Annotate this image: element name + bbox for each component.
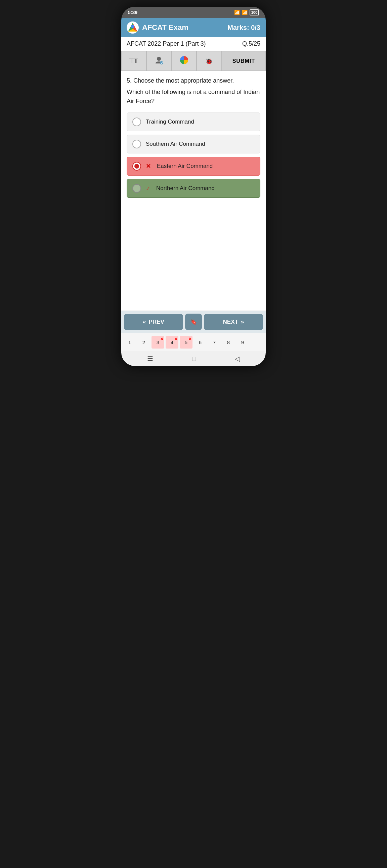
color-icon — [179, 55, 189, 66]
question-area: 5. Choose the most appropriate answer. W… — [121, 71, 266, 210]
content-spacer — [121, 210, 266, 311]
question-number-1[interactable]: 1 — [123, 336, 136, 348]
menu-button[interactable]: ☰ — [147, 354, 153, 363]
question-number-9[interactable]: 9 — [236, 336, 249, 348]
radio-c-fill — [135, 164, 139, 168]
status-bar: 5:39 📶 📶 100 — [121, 7, 266, 18]
back-button[interactable]: ◁ — [235, 354, 240, 363]
next-button[interactable]: NEXT » — [204, 314, 263, 330]
wrong-badge: × — [160, 336, 163, 341]
home-button[interactable]: □ — [192, 355, 196, 363]
option-a[interactable]: Training Command — [127, 113, 260, 131]
radio-b — [132, 140, 141, 148]
option-d[interactable]: ✓ Northern Air Command — [127, 179, 260, 198]
voice-icon — [154, 55, 163, 66]
option-c[interactable]: ✕ Eastern Air Command — [127, 157, 260, 176]
signal-icon: 📶 — [242, 10, 247, 15]
submit-button[interactable]: SUBMIT — [222, 51, 266, 71]
marks-display: Marks: 0/3 — [228, 24, 260, 32]
app-title: AFCAT Exam — [142, 23, 188, 32]
radio-c — [132, 162, 141, 170]
question-number-7[interactable]: 7 — [208, 336, 221, 348]
next-chevron: » — [241, 319, 244, 326]
prev-label: PREV — [149, 319, 164, 326]
text-size-icon: 𝕋𝕋 — [129, 57, 138, 65]
question-number-3[interactable]: 3× — [151, 336, 164, 348]
option-d-text: Northern Air Command — [156, 185, 215, 192]
question-number-6[interactable]: 6 — [194, 336, 207, 348]
wifi-icon: 📶 — [234, 10, 240, 15]
time-display: 5:39 — [128, 10, 138, 15]
battery-icon: 100 — [249, 9, 259, 16]
bookmark-button[interactable]: 🔖 — [185, 314, 202, 330]
options-list: Training Command Southern Air Command ✕ … — [127, 113, 260, 198]
prev-chevron: « — [143, 319, 146, 326]
question-counter: Q.5/25 — [242, 40, 260, 48]
system-nav: ☰ □ ◁ — [121, 351, 266, 366]
question-text: Which of the following is not a command … — [127, 88, 260, 106]
wrong-badge: × — [175, 336, 177, 341]
question-number-2[interactable]: 2 — [138, 336, 150, 348]
question-number-4[interactable]: 4× — [166, 336, 178, 348]
svg-point-1 — [131, 25, 135, 28]
svg-point-3 — [160, 61, 163, 64]
app-header: AFCAT Exam Marks: 0/3 — [121, 18, 266, 37]
option-b[interactable]: Southern Air Command — [127, 135, 260, 153]
option-a-text: Training Command — [146, 119, 194, 125]
question-number-text: 5. Choose the most appropriate answer. — [127, 77, 260, 84]
next-label: NEXT — [223, 319, 238, 326]
phone-frame: 5:39 📶 📶 100 AFCAT Exam Marks: 0/3 — [121, 7, 266, 366]
app-header-left: AFCAT Exam — [127, 22, 188, 34]
toolbar: 𝕋𝕋 — [121, 51, 266, 71]
voice-button[interactable] — [146, 51, 172, 71]
option-b-text: Southern Air Command — [146, 141, 205, 147]
option-c-text: Eastern Air Command — [157, 163, 213, 169]
color-button[interactable] — [171, 51, 197, 71]
submit-label: SUBMIT — [233, 58, 255, 64]
prev-button[interactable]: « PREV — [124, 314, 183, 330]
app-logo — [127, 22, 139, 34]
exam-name: AFCAT 2022 Paper 1 (Part 3) — [127, 40, 206, 48]
exam-info-bar: AFCAT 2022 Paper 1 (Part 3) Q.5/25 — [121, 37, 266, 51]
question-number-8[interactable]: 8 — [222, 336, 235, 348]
correct-check-icon: ✓ — [146, 185, 150, 192]
bookmark-icon: 🔖 — [190, 318, 197, 326]
question-number-5[interactable]: 5× — [180, 336, 192, 348]
question-numbers-bar: 123×4×5×6789 — [121, 333, 266, 351]
bug-button[interactable]: 🐞 — [197, 51, 222, 71]
bug-icon: 🐞 — [205, 57, 213, 65]
svg-point-2 — [157, 57, 161, 61]
wrong-x-icon: ✕ — [146, 162, 151, 170]
bottom-nav: « PREV 🔖 NEXT » — [121, 311, 266, 333]
radio-d — [132, 184, 141, 193]
text-size-button[interactable]: 𝕋𝕋 — [121, 51, 146, 71]
status-icons: 📶 📶 100 — [234, 9, 259, 16]
radio-a — [132, 118, 141, 126]
wrong-badge: × — [189, 336, 191, 341]
